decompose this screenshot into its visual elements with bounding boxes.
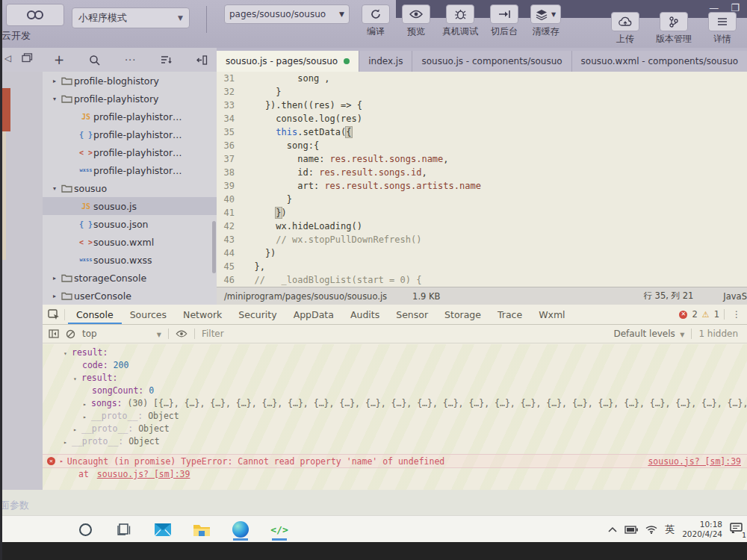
code-line[interactable]: 45 }, — [217, 260, 747, 273]
editor-tab[interactable]: sousuo.js - pages/sousuo — [217, 51, 359, 72]
mail-button[interactable] — [152, 518, 173, 541]
tree-file-item[interactable]: wxsssousuo.wxss — [43, 251, 217, 269]
console-entry[interactable]: code: 200 — [43, 359, 747, 372]
tree-folder-item[interactable]: ▸userConsole — [43, 287, 217, 305]
code-editor[interactable]: 31 song ,32 }33 }).then((res) => {34 con… — [217, 72, 747, 287]
tree-file-item[interactable]: < >profile-playhistor… — [43, 143, 217, 161]
console-entry[interactable]: ▾result: — [43, 346, 747, 359]
inspect-element-icon[interactable] — [48, 309, 60, 320]
console-entry[interactable]: ▸songs: (30) [{…}, {…}, {…}, {…}, {…}, {… — [43, 397, 747, 410]
code-line[interactable]: 35 this.setData({ — [217, 125, 747, 139]
code-line[interactable]: 32 } — [217, 85, 747, 99]
tree-file-item[interactable]: { }sousuo.json — [43, 215, 217, 233]
debugger-tab-wxml[interactable]: Wxml — [530, 305, 573, 324]
tree-file-item[interactable]: JSprofile-playhistor… — [43, 108, 217, 125]
debugger-tab-appdata[interactable]: AppData — [285, 305, 342, 324]
ime-indicator[interactable]: 英 — [665, 523, 675, 536]
task-view-button[interactable] — [114, 518, 134, 541]
tree-file-item[interactable]: { }profile-playhistor… — [43, 125, 217, 143]
sidebar-toggle-icon[interactable] — [49, 329, 59, 338]
new-file-icon[interactable]: + — [54, 52, 64, 67]
error-source-link[interactable]: sousuo.js? [sm]:39 — [648, 456, 741, 467]
expand-arrow-icon[interactable]: ▸ — [83, 398, 91, 410]
toggle-simulator-icon[interactable]: ◁ — [4, 53, 11, 63]
expand-arrow-icon[interactable]: ▾ — [50, 96, 59, 102]
expand-arrow-icon[interactable]: ▸ — [73, 423, 81, 435]
code-line[interactable]: 36 song:{ — [217, 139, 747, 152]
search-icon[interactable] — [89, 55, 100, 66]
error-count[interactable]: 2 — [692, 309, 697, 320]
console-entry[interactable]: ▸__proto__: Object — [43, 410, 747, 423]
console-entry[interactable]: ▸__proto__: Object — [43, 423, 747, 435]
sort-icon[interactable] — [161, 55, 172, 64]
console-error-row[interactable]: ✕ ▸ Uncaught (in promise) TypeError: Can… — [43, 454, 747, 468]
compile-button[interactable]: 编译 — [362, 4, 390, 38]
notification-button[interactable]: 1 — [730, 523, 743, 537]
debugger-tab-console[interactable]: Console — [68, 305, 122, 324]
console-entry[interactable]: songCount: 0 — [43, 385, 747, 397]
code-line[interactable]: 43 // wx.stopPullDownRefresh() — [217, 233, 747, 246]
page-path-select[interactable]: pages/sousuo/sousuo ▼ — [224, 4, 350, 36]
wechat-devtools-logo[interactable] — [6, 4, 64, 26]
code-line[interactable]: 33 }).then((res) => { — [217, 99, 747, 112]
expand-arrow-icon[interactable]: ▸ — [83, 411, 91, 423]
expand-arrow-icon[interactable]: ▸ — [50, 78, 59, 84]
expand-arrow-icon[interactable]: ▸ — [63, 436, 72, 448]
debugger-tab-trace[interactable]: Trace — [489, 305, 530, 324]
code-line[interactable]: 39 art: res.result.songs.artists.name — [217, 179, 747, 193]
code-line[interactable]: 42 wx.hideLoading() — [217, 220, 747, 233]
tree-scrollbar[interactable] — [212, 221, 216, 273]
switch-background-button[interactable]: 切后台 — [490, 4, 518, 38]
tree-folder-item[interactable]: ▾profile-playhistory — [43, 90, 217, 108]
tree-folder-item[interactable]: ▸storageConsole — [43, 269, 217, 287]
tree-folder-item[interactable]: ▾sousuo — [43, 179, 217, 197]
error-count-icon[interactable]: ✕ — [679, 311, 687, 319]
devtools-taskbar-button[interactable]: </> — [269, 518, 290, 541]
editor-tab[interactable]: index.js — [359, 51, 412, 72]
debugger-tab-network[interactable]: Network — [175, 305, 230, 324]
expand-arrow-icon[interactable]: ▾ — [63, 347, 72, 359]
code-line[interactable]: 44 }) — [217, 246, 747, 260]
debugger-tab-storage[interactable]: Storage — [436, 305, 489, 324]
code-line[interactable]: 37 name: res.result.songs.name, — [217, 152, 747, 166]
code-line[interactable]: 46 // _loadBlogList(start = 0) { — [217, 273, 747, 287]
more-icon[interactable]: ··· — [125, 55, 136, 66]
console-entry[interactable]: ▸__proto__: Object — [43, 435, 747, 448]
file-explorer-button[interactable] — [191, 518, 212, 541]
wifi-icon[interactable] — [645, 525, 657, 534]
code-line[interactable]: 38 id: res.result.songs.id, — [217, 166, 747, 179]
language-mode[interactable]: JavaScript — [723, 291, 747, 302]
collapse-all-icon[interactable] — [196, 55, 208, 65]
console-entry[interactable]: ▾result: — [43, 372, 747, 385]
stack-source-link[interactable]: sousuo.js? [sm]:39 — [97, 469, 190, 479]
debugger-tab-security[interactable]: Security — [230, 305, 285, 324]
warning-count[interactable]: 1 — [714, 309, 719, 320]
console-output[interactable]: ▾result:code: 200▾result:songCount: 0▸so… — [43, 344, 747, 490]
upload-button[interactable]: 上传 — [611, 12, 639, 46]
tree-file-item[interactable]: wxssprofile-playhistor… — [43, 161, 217, 179]
debugger-tab-sources[interactable]: Sources — [122, 305, 175, 324]
debugger-tab-audits[interactable]: Audits — [342, 305, 388, 324]
edge-button[interactable] — [230, 518, 251, 541]
battery-icon[interactable] — [624, 526, 638, 534]
preview-button[interactable]: 预览 — [402, 4, 430, 38]
log-level-select[interactable]: Default levels ▼ — [613, 329, 684, 339]
expand-arrow-icon[interactable]: ▸ — [50, 293, 59, 299]
code-line[interactable]: 31 song , — [217, 72, 747, 85]
context-select[interactable]: top ▼ — [82, 329, 161, 339]
tree-file-item[interactable]: JSsousuo.js — [43, 197, 217, 215]
clear-console-icon[interactable] — [66, 329, 75, 339]
debugger-tab-sensor[interactable]: Sensor — [388, 305, 436, 324]
expand-arrow-icon[interactable]: ▾ — [50, 185, 59, 192]
expand-arrow-icon[interactable]: ▾ — [73, 373, 81, 385]
version-control-button[interactable]: 版本管理 — [656, 12, 692, 46]
code-line[interactable]: 34 console.log(res) — [217, 112, 747, 125]
tray-expand-icon[interactable] — [608, 526, 617, 532]
tree-file-item[interactable]: < >sousuo.wxml — [43, 233, 217, 251]
cortana-button[interactable] — [75, 518, 96, 541]
expand-arrow-icon[interactable]: ▸ — [50, 275, 59, 281]
device-debug-button[interactable]: 真机调试 — [442, 4, 478, 38]
live-expression-eye-icon[interactable] — [176, 329, 187, 338]
editor-tab[interactable]: sousuo.js - components/sousuo — [412, 51, 571, 72]
toggle-editor-icon[interactable] — [22, 53, 33, 63]
